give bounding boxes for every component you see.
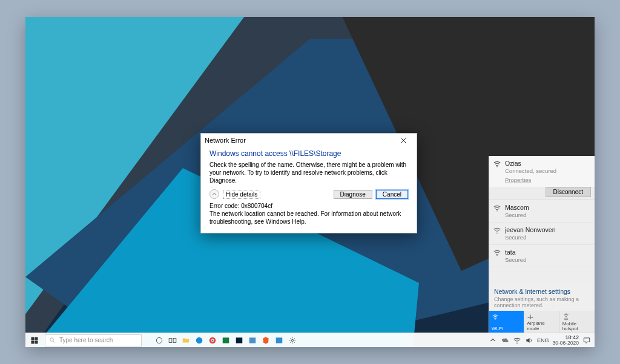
search-icon [49,337,56,343]
chrome-icon[interactable] [206,333,219,347]
svg-point-8 [496,166,498,167]
svg-rect-15 [35,337,38,340]
settings-sub: Change settings, such as making a connec… [494,296,590,308]
wifi-icon [493,249,501,257]
network-item[interactable]: tata Secured [489,245,595,267]
dialog-close-button[interactable] [394,135,413,146]
network-list: Mascom Secured jeevan Nonwoven Secured t… [489,200,595,284]
wifi-icon [493,160,501,168]
network-error-dialog: Network Error Windows cannot access \\FI… [200,133,417,233]
network-name: jeevan Nonwoven [505,226,590,233]
wifi-icon [492,313,521,320]
dialog-headline: Windows cannot access \\FILES\Storage [209,149,408,158]
action-center-button[interactable] [582,336,591,345]
wifi-tray-icon[interactable] [513,336,521,345]
svg-point-32 [516,342,518,343]
app-icon[interactable] [246,333,259,347]
settings-icon[interactable] [286,333,299,347]
svg-point-11 [496,255,498,256]
error-code: Error code: 0x800704cf [209,203,408,210]
cortana-button[interactable] [153,333,166,347]
network-item[interactable]: jeevan Nonwoven Secured [489,223,595,245]
taskbar-pinned-apps [153,333,299,347]
wifi-icon [493,226,501,235]
task-view-button[interactable] [166,333,179,347]
svg-point-9 [496,210,498,212]
taskbar: Type here to search ENG 18:42 30-06-2020 [25,333,595,347]
onedrive-icon[interactable] [501,336,509,345]
svg-point-20 [156,337,162,343]
photoshop-icon[interactable] [232,333,246,347]
system-tray: ENG 18:42 30-06-2020 [489,333,595,347]
network-name: tata [505,249,590,256]
tile-label: Airplane mode [527,320,556,331]
clock-date: 30-06-2020 [553,340,579,346]
svg-rect-17 [35,340,38,343]
network-item-connected[interactable]: Ozias Connected, secured Properties [489,156,595,187]
airplane-icon [527,313,556,320]
clock[interactable]: 18:42 30-06-2020 [553,335,579,346]
tile-label: Mobilehotspot [562,322,592,331]
desktop-screen: Network Error Windows cannot access \\FI… [25,17,595,347]
svg-rect-29 [249,337,256,343]
language-indicator[interactable]: ENG [537,337,549,343]
svg-rect-27 [223,337,229,343]
wifi-flyout: Ozias Connected, secured Properties Disc… [489,156,595,333]
network-properties-link[interactable]: Properties [505,177,531,183]
quick-action-tiles: Wi-Fi Airplane mode Mobilehotspot [489,311,595,333]
cancel-button[interactable]: Cancel [376,190,408,199]
hotspot-tile[interactable]: Mobilehotspot [559,311,595,333]
svg-point-13 [566,316,567,317]
svg-rect-22 [173,338,176,342]
svg-point-31 [291,339,294,342]
dialog-body-text: Check the spelling of the name. Otherwis… [209,161,408,184]
volume-icon[interactable] [525,336,533,345]
svg-rect-28 [236,337,243,343]
hotspot-icon [562,313,592,320]
hide-details-label[interactable]: Hide details [223,190,260,199]
network-status: Secured [505,212,590,218]
dialog-title: Network Error [205,137,246,144]
svg-point-18 [50,338,54,342]
windows-logo-icon [31,337,38,344]
toggle-details-button[interactable] [209,189,219,199]
search-placeholder: Type here to search [59,337,113,343]
network-name: Ozias [505,160,590,167]
diagnose-button[interactable]: Diagnose [334,190,372,199]
network-status: Connected, secured [505,167,590,174]
network-name: Mascom [505,204,590,211]
close-icon [401,138,406,143]
error-detail: The network location cannot be reached. … [209,210,408,226]
wifi-icon [493,204,501,212]
svg-rect-21 [169,338,172,342]
wifi-tile[interactable]: Wi-Fi [489,311,524,333]
network-status: Secured [505,234,590,241]
svg-rect-14 [31,337,35,340]
settings-title: Network & Internet settings [494,288,590,295]
disconnect-button[interactable]: Disconnect [546,187,591,197]
svg-point-12 [495,319,495,319]
tile-label: Wi-Fi [492,326,521,331]
app-icon[interactable] [272,333,286,347]
network-settings-link[interactable]: Network & Internet settings Change setti… [489,284,595,311]
chevron-up-icon [212,192,217,197]
brave-icon[interactable] [259,333,272,347]
network-status: Secured [505,256,590,263]
excel-icon[interactable] [219,333,232,347]
svg-point-10 [496,233,498,234]
svg-point-23 [196,337,203,343]
edge-icon[interactable] [193,333,206,347]
svg-rect-30 [276,337,283,343]
start-button[interactable] [25,333,44,347]
taskbar-search[interactable]: Type here to search [45,334,142,346]
file-explorer-icon[interactable] [179,333,193,347]
svg-rect-16 [31,340,35,343]
tray-overflow-button[interactable] [489,336,497,345]
svg-point-26 [211,339,213,341]
airplane-tile[interactable]: Airplane mode [524,311,559,333]
svg-line-19 [53,341,55,343]
network-item[interactable]: Mascom Secured [489,200,595,223]
